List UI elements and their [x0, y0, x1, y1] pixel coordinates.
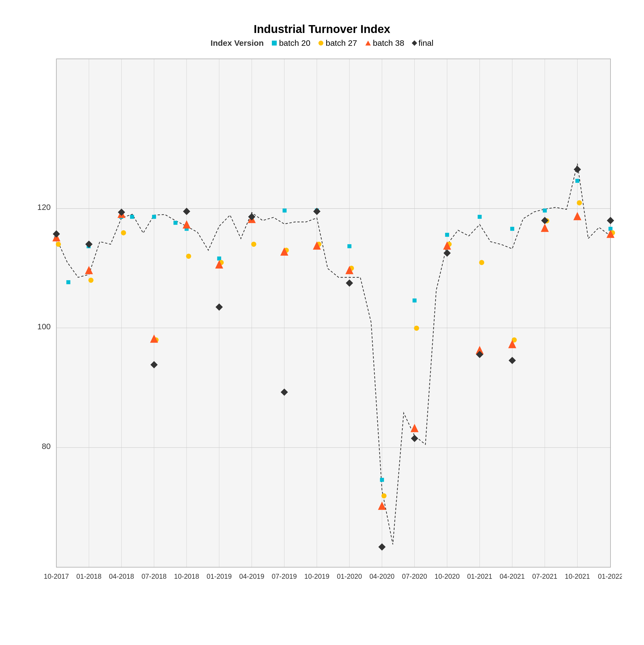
chart-title: Industrial Turnover Index [22, 23, 622, 36]
svg-text:10-2017: 10-2017 [44, 573, 69, 580]
b20-pt20 [575, 179, 579, 183]
b20-pt17 [478, 215, 482, 219]
final-icon [412, 40, 417, 46]
svg-rect-0 [56, 59, 611, 567]
svg-text:04-2021: 04-2021 [500, 573, 525, 580]
b20-pt3 [66, 280, 70, 284]
legend: Index Version batch 20 batch 27 batch 38… [22, 38, 622, 48]
b27-pt14 [479, 260, 484, 265]
b20-pt7 [173, 221, 178, 225]
svg-text:01-2019: 01-2019 [207, 573, 232, 580]
b27-pt12 [414, 326, 419, 331]
svg-text:01-2020: 01-2020 [337, 573, 362, 580]
main-svg: 80 100 120 10-2017 01-2018 04-2018 07-20… [22, 53, 622, 596]
svg-text:10-2021: 10-2021 [565, 573, 590, 580]
svg-text:80: 80 [42, 442, 51, 451]
svg-text:04-2020: 04-2020 [370, 573, 395, 580]
svg-text:04-2018: 04-2018 [109, 573, 134, 580]
b20-pt5 [130, 215, 134, 219]
b27-pt7 [251, 241, 256, 247]
b20-pt15 [413, 298, 417, 302]
b20-pt18 [510, 227, 514, 231]
legend-label-batch38: batch 38 [373, 38, 404, 48]
b20-pt9 [217, 256, 221, 261]
legend-label-batch27: batch 27 [326, 38, 357, 48]
legend-item-final: final [413, 38, 434, 48]
svg-text:10-2018: 10-2018 [174, 573, 199, 580]
svg-text:120: 120 [37, 203, 51, 212]
svg-text:10-2019: 10-2019 [304, 573, 330, 580]
svg-text:07-2020: 07-2020 [402, 573, 427, 580]
legend-item-batch20: batch 20 [272, 38, 310, 48]
batch38-icon [365, 41, 371, 45]
svg-text:07-2021: 07-2021 [532, 573, 557, 580]
svg-text:100: 100 [37, 322, 51, 331]
svg-text:01-2018: 01-2018 [76, 573, 101, 580]
svg-text:01-2022: 01-2022 [598, 573, 622, 580]
svg-text:07-2019: 07-2019 [272, 573, 297, 580]
b20-pt13 [347, 244, 352, 248]
chart-container: Industrial Turnover Index Index Version … [22, 23, 622, 622]
batch20-icon [272, 41, 277, 45]
b27-pt2 [88, 277, 93, 283]
b20-pt16 [445, 233, 449, 237]
legend-label-final: final [419, 38, 434, 48]
b20-pt11 [282, 209, 286, 213]
chart-area: 80 100 120 10-2017 01-2018 04-2018 07-20… [22, 53, 622, 597]
b27-pt1 [56, 241, 61, 247]
legend-item-batch27: batch 27 [318, 38, 357, 48]
svg-text:10-2020: 10-2020 [435, 573, 460, 580]
b27-pt3 [121, 230, 126, 236]
svg-text:07-2018: 07-2018 [142, 573, 167, 580]
b27-pt5 [186, 253, 191, 259]
batch27-icon [318, 41, 324, 45]
legend-label-batch20: batch 20 [279, 38, 310, 48]
b20-pt19 [543, 209, 547, 213]
b20-pt14 [380, 478, 384, 482]
b27-pt17 [577, 200, 582, 206]
legend-index-version-label: Index Version [210, 38, 264, 48]
svg-text:04-2019: 04-2019 [239, 573, 264, 580]
b20-pt6 [152, 215, 156, 219]
svg-text:01-2021: 01-2021 [467, 573, 492, 580]
legend-item-batch38: batch 38 [365, 38, 404, 48]
b27-pt11 [382, 493, 387, 498]
